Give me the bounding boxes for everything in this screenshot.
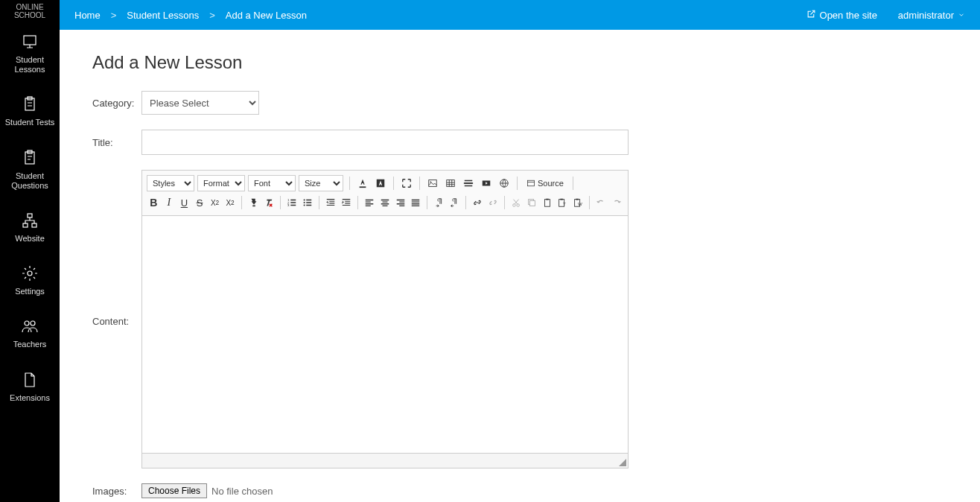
external-link-icon <box>806 9 816 21</box>
ltr-button[interactable] <box>432 194 446 211</box>
clipboard-icon <box>21 95 39 113</box>
separator <box>319 196 319 209</box>
strike-button[interactable]: S <box>193 194 207 211</box>
sidebar-item-website[interactable]: Website <box>0 201 60 254</box>
svg-text:T: T <box>563 201 566 206</box>
source-button[interactable]: Source <box>522 175 568 191</box>
content-row: Content: Styles Format Font Size <box>92 170 947 468</box>
source-label: Source <box>538 179 564 188</box>
sidebar-item-settings[interactable]: Settings <box>0 254 60 307</box>
format-select[interactable]: Format <box>197 175 245 191</box>
bg-color-button[interactable] <box>372 175 389 191</box>
sidebar: ONLINE SCHOOL Student Lessons Student Te… <box>0 0 60 502</box>
svg-point-10 <box>31 321 35 325</box>
italic-button[interactable]: I <box>162 194 176 211</box>
breadcrumb-sep: > <box>209 10 215 21</box>
category-row: Category: Please Select <box>92 91 947 115</box>
text-color-button[interactable] <box>354 175 371 191</box>
sidebar-item-student-lessons[interactable]: Student Lessons <box>0 22 60 85</box>
svg-rect-6 <box>23 223 28 227</box>
subscript-button[interactable]: X2 <box>208 194 222 211</box>
cut-button[interactable] <box>509 194 524 211</box>
iframe-button[interactable] <box>496 175 512 191</box>
svg-text:3: 3 <box>287 203 290 207</box>
breadcrumb-home[interactable]: Home <box>74 10 101 21</box>
separator <box>517 177 518 190</box>
redo-button[interactable] <box>609 194 623 211</box>
sidebar-item-label: Extensions <box>10 393 50 403</box>
paste-text-button[interactable]: T <box>556 194 570 211</box>
svg-rect-0 <box>24 36 36 45</box>
font-select[interactable]: Font <box>248 175 296 191</box>
copy-button[interactable] <box>525 194 539 211</box>
open-site-link[interactable]: Open the site <box>806 9 877 21</box>
outdent-button[interactable] <box>324 194 338 211</box>
indent-button[interactable] <box>340 194 354 211</box>
sidebar-item-label: Student Questions <box>3 171 57 191</box>
editor-body[interactable] <box>142 216 628 453</box>
copy-formatting-button[interactable] <box>246 194 261 211</box>
svg-rect-29 <box>529 200 535 206</box>
undo-button[interactable] <box>594 194 608 211</box>
superscript-button[interactable]: X2 <box>223 194 238 211</box>
paste-word-button[interactable]: W <box>570 194 585 211</box>
svg-text:W: W <box>578 201 582 206</box>
svg-point-24 <box>304 202 305 203</box>
sidebar-item-label: Student Lessons <box>3 55 57 74</box>
topbar: Home > Student Lessons > Add a New Lesso… <box>60 0 980 30</box>
editor-resize-handle[interactable] <box>142 453 628 468</box>
bold-button[interactable]: B <box>147 194 161 211</box>
remove-format-button[interactable] <box>262 194 276 211</box>
breadcrumb-lessons[interactable]: Student Lessons <box>127 10 199 21</box>
chevron-down-icon <box>958 10 965 21</box>
table-button[interactable] <box>442 175 459 191</box>
align-right-button[interactable] <box>393 194 407 211</box>
clipboard-question-icon <box>21 149 39 167</box>
hr-button[interactable] <box>460 175 477 191</box>
align-left-button[interactable] <box>363 194 377 211</box>
breadcrumb-current[interactable]: Add a New Lesson <box>226 10 307 21</box>
user-label: administrator <box>898 10 954 21</box>
images-row: Images: Choose Files No file chosen <box>92 483 947 498</box>
separator <box>465 196 466 209</box>
svg-point-23 <box>304 199 305 200</box>
video-button[interactable] <box>478 175 494 191</box>
svg-point-27 <box>517 204 520 207</box>
separator <box>573 177 573 190</box>
sidebar-item-student-questions[interactable]: Student Questions <box>0 139 60 201</box>
title-label: Title: <box>92 137 141 148</box>
align-center-button[interactable] <box>378 194 392 211</box>
paste-button[interactable] <box>540 194 554 211</box>
sidebar-item-label: Student Tests <box>5 118 54 127</box>
sidebar-item-label: Settings <box>15 287 45 296</box>
title-input[interactable] <box>141 130 629 155</box>
maximize-button[interactable] <box>398 175 415 191</box>
unlink-button[interactable] <box>486 194 500 211</box>
breadcrumb-sep: > <box>111 10 117 21</box>
sidebar-item-extensions[interactable]: Extensions <box>0 360 60 413</box>
gear-icon <box>21 264 39 282</box>
svg-point-25 <box>304 204 305 206</box>
sidebar-item-teachers[interactable]: Teachers <box>0 307 60 360</box>
sidebar-item-student-tests[interactable]: Student Tests <box>0 85 60 138</box>
numbered-list-button[interactable]: 123 <box>285 194 299 211</box>
separator <box>589 196 590 209</box>
bullet-list-button[interactable] <box>301 194 315 211</box>
svg-point-9 <box>25 321 29 325</box>
user-menu[interactable]: administrator <box>898 10 965 21</box>
rtl-button[interactable] <box>448 194 462 211</box>
styles-select[interactable]: Styles <box>147 175 194 191</box>
svg-rect-14 <box>447 180 455 187</box>
choose-files-button[interactable]: Choose Files <box>141 483 207 498</box>
underline-button[interactable]: U <box>177 194 191 211</box>
category-label: Category: <box>92 98 141 109</box>
category-select[interactable]: Please Select <box>141 91 259 115</box>
file-icon <box>21 371 39 389</box>
svg-rect-36 <box>576 199 579 200</box>
svg-rect-5 <box>28 214 32 217</box>
size-select[interactable]: Size <box>299 175 343 191</box>
sidebar-item-label: Website <box>15 234 45 244</box>
link-button[interactable] <box>471 194 485 211</box>
align-justify-button[interactable] <box>409 194 423 211</box>
image-button[interactable] <box>424 175 441 191</box>
